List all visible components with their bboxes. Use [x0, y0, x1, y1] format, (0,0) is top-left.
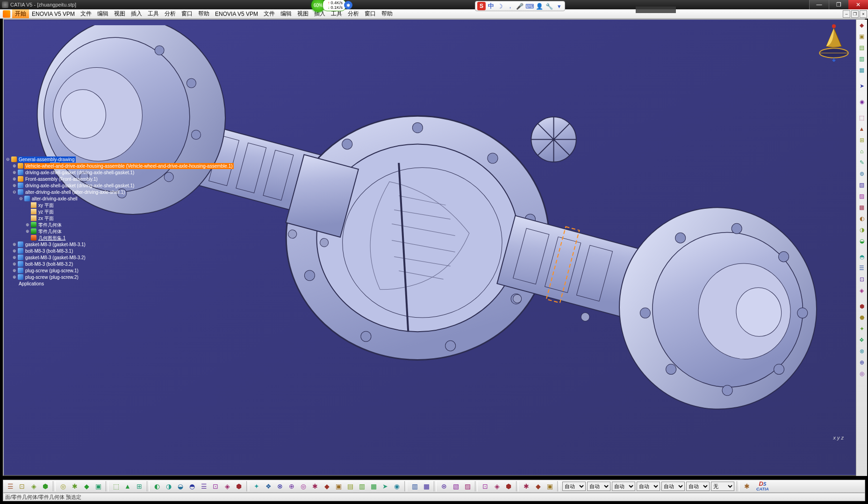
toolbar-tool1-icon[interactable]: ◆: [857, 20, 867, 30]
toolbar-tool29-icon[interactable]: ◎: [857, 369, 867, 379]
toolbar-tool3-icon[interactable]: ▤: [857, 43, 867, 53]
toolbar-tree2-icon[interactable]: ◈: [492, 481, 502, 491]
menu-item-0[interactable]: ENOVIA V5 VPM: [29, 9, 78, 18]
menu-item-4[interactable]: 插入: [128, 9, 145, 18]
menu-item-8[interactable]: 帮助: [195, 9, 212, 18]
toolbar-tool25-icon[interactable]: ✦: [857, 324, 867, 334]
menu-分析[interactable]: 分析: [345, 9, 362, 18]
tree-row[interactable]: ⊕Vehicle-wheel-and-drive-axle-housing-as…: [6, 163, 234, 169]
toolbar-catalog-icon[interactable]: ⬢: [234, 481, 244, 491]
toolbar-c1-icon[interactable]: ✱: [521, 481, 531, 491]
toolbar-view-multi-icon[interactable]: ▤: [345, 481, 355, 491]
tree-row[interactable]: ⊕driving-axle-shell-gasket (driving-axle…: [6, 169, 234, 176]
window-maximize-button[interactable]: ❐: [829, 0, 848, 9]
menu-窗口[interactable]: 窗口: [362, 9, 379, 18]
toolbar-fit-icon[interactable]: ❖: [263, 481, 273, 491]
toolbar-material-icon[interactable]: ☰: [199, 481, 209, 491]
tree-row[interactable]: ⊖General-assembly-drawing: [6, 156, 234, 163]
ime-menu-icon[interactable]: ▾: [555, 2, 563, 10]
tree-row[interactable]: ⊕bolt-M8-3 (bolt-M8-3.2): [6, 261, 234, 267]
toolbar-sheet-icon[interactable]: ◓: [187, 481, 197, 491]
menu-item-6[interactable]: 分析: [162, 9, 179, 18]
toolbar-tool22-icon[interactable]: ◈: [857, 285, 867, 296]
toolbar-fx-icon[interactable]: ◑: [164, 481, 174, 491]
tree-expander-icon[interactable]: ⊕: [12, 255, 17, 261]
ime-keyboard-icon[interactable]: ⌨: [526, 2, 533, 10]
toolbar-tool11-icon[interactable]: ✎: [857, 157, 867, 168]
sogou-logo-icon[interactable]: S: [477, 2, 486, 10]
toolbar-swap2-icon[interactable]: ◉: [392, 481, 402, 491]
tree-row[interactable]: ⊖alter-driving-axle-shell: [6, 195, 234, 202]
tree-row[interactable]: ⊕plug-screw (plug-screw.1): [6, 267, 234, 274]
toolbar-tool5-icon[interactable]: ▦: [857, 65, 867, 75]
graphic-select-1[interactable]: 自动: [587, 482, 610, 491]
toolbar-tool20-icon[interactable]: ☰: [857, 263, 867, 273]
toolbar-tool13-icon[interactable]: ▧: [857, 180, 867, 190]
menu-编辑[interactable]: 编辑: [278, 9, 294, 18]
tree-expander-icon[interactable]: ⊕: [12, 183, 17, 189]
toolbar-print2-icon[interactable]: ▥: [409, 481, 420, 491]
doc-minimize-button[interactable]: –: [843, 10, 850, 18]
network-overlay[interactable]: 60% ↑0.4K/s ↓0.1K/s ✱: [311, 0, 352, 10]
tree-row[interactable]: zx 平面: [6, 215, 234, 221]
tree-expander-icon[interactable]: ⊖: [19, 196, 23, 202]
toolbar-paste-icon[interactable]: ▣: [93, 481, 103, 491]
toolbar-tool16-icon[interactable]: ◐: [857, 213, 867, 224]
tree-row[interactable]: ⊕plug-screw (plug-screw.2): [6, 274, 234, 280]
ime-mic-icon[interactable]: 🎤: [516, 2, 524, 10]
doc-restore-button[interactable]: ❐: [851, 10, 859, 18]
tree-row[interactable]: ⊕driving-axle-shell-gasket (driving-axle…: [6, 182, 234, 189]
toolbar-arrow-icon[interactable]: ➤: [857, 81, 867, 91]
toolbar-open-icon[interactable]: ⊡: [17, 481, 27, 491]
graphic-select-2[interactable]: 自动: [612, 482, 635, 491]
menu-item-2[interactable]: 编辑: [94, 9, 111, 18]
menu-item-5[interactable]: 工具: [145, 9, 162, 18]
tree-row[interactable]: yz 平面: [6, 208, 234, 215]
toolbar-tool26-icon[interactable]: ❖: [857, 335, 867, 345]
tree-row[interactable]: Applications: [6, 280, 234, 287]
toolbar-tool19-icon[interactable]: ◓: [857, 252, 867, 262]
menu-start[interactable]: 开始: [12, 9, 29, 18]
tree-expander-icon[interactable]: ⊕: [12, 170, 17, 176]
toolbar-tool18-icon[interactable]: ◒: [857, 236, 867, 246]
ime-moon-icon[interactable]: ☽: [496, 2, 504, 10]
toolbar-redo-icon[interactable]: ▲: [122, 481, 133, 491]
tree-row[interactable]: ⊕零件几何体: [6, 221, 234, 228]
specification-tree[interactable]: ⊖General-assembly-drawing⊕Vehicle-wheel-…: [6, 156, 234, 287]
tree-expander-icon[interactable]: ⊕: [12, 268, 17, 274]
toolbar-tool28-icon[interactable]: ⊕: [857, 357, 867, 368]
toolbar-tool15-icon[interactable]: ▩: [857, 202, 867, 213]
toolbar-tree3-icon[interactable]: ⬢: [503, 481, 514, 491]
toolbar-prop-icon[interactable]: ➤: [380, 481, 390, 491]
tree-expander-icon[interactable]: ⊖: [6, 156, 10, 163]
graphic-select-6[interactable]: 无: [711, 482, 734, 491]
toolbar-axis3-icon[interactable]: ▨: [462, 481, 473, 491]
toolbar-axis-icon[interactable]: ⊛: [439, 481, 449, 491]
toolbar-tool23-icon[interactable]: ⬢: [857, 301, 867, 312]
tree-row[interactable]: ⊕Front-assembly (Front-assembly.1): [6, 176, 234, 182]
toolbar-new-icon[interactable]: ☰: [5, 481, 15, 491]
toolbar-tool24-icon[interactable]: ⬣: [857, 312, 867, 323]
toolbar-rotate-icon[interactable]: ⊗: [275, 481, 285, 491]
toolbar-copy-icon[interactable]: ◆: [81, 481, 92, 491]
tree-row[interactable]: ⊕gasket-M8-3 (gasket-M8-3.1): [6, 241, 234, 248]
tree-expander-icon[interactable]: ⊕: [12, 241, 17, 248]
toolbar-tool21-icon[interactable]: ⊡: [857, 274, 867, 284]
3d-viewport[interactable]: ⊖General-assembly-drawing⊕Vehicle-wheel-…: [5, 21, 863, 474]
toolbar-tree1-icon[interactable]: ⊡: [480, 481, 490, 491]
tree-row[interactable]: 几何图形集.1: [6, 234, 234, 241]
toolbar-help-icon[interactable]: ⊞: [134, 481, 144, 491]
tree-expander-icon[interactable]: ⊖: [12, 189, 17, 195]
tree-expander-icon[interactable]: ⊕: [12, 261, 17, 267]
toolbar-calc-icon[interactable]: ◒: [175, 481, 186, 491]
tree-expander-icon[interactable]: ⊕: [25, 228, 30, 234]
toolbar-compass-icon[interactable]: ✦: [251, 481, 262, 491]
toolbar-saveall-icon[interactable]: ⬢: [40, 481, 50, 491]
toolbar-arrow-icon[interactable]: ◐: [152, 481, 162, 491]
tree-expander-icon[interactable]: ⊕: [12, 176, 17, 182]
menu-视图[interactable]: 视图: [294, 9, 311, 18]
graphic-select-5[interactable]: 自动: [686, 482, 710, 491]
view-compass[interactable]: [815, 23, 853, 62]
toolbar-swap-icon[interactable]: ▦: [368, 481, 379, 491]
toolbar-tool2-icon[interactable]: ▣: [857, 31, 867, 42]
